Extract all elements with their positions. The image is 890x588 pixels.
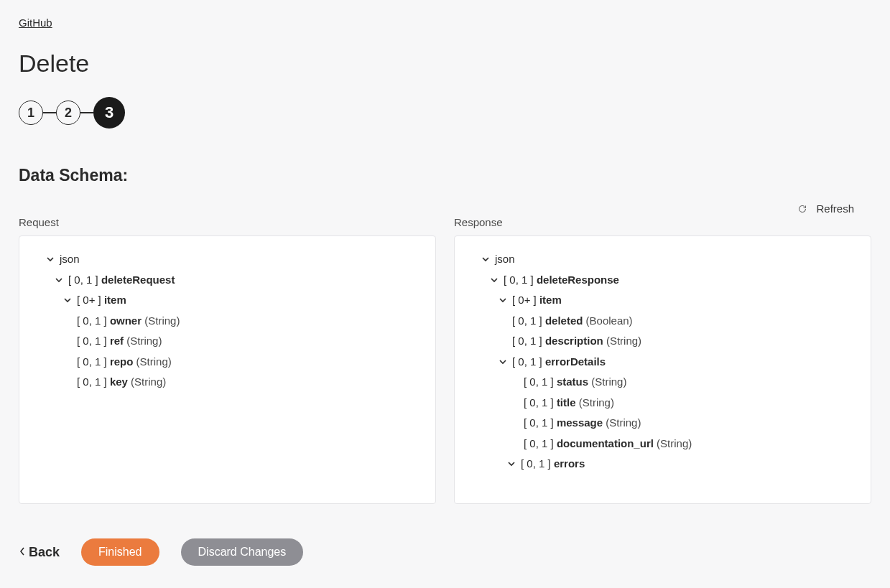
response-label: Response <box>454 216 871 228</box>
section-heading: Data Schema: <box>19 166 871 185</box>
chevron-down-icon[interactable] <box>62 295 73 305</box>
tree-leaf-ref: [ 0, 1 ] ref (String) <box>32 331 422 352</box>
tree-leaf-deleted: [ 0, 1 ] deleted (Boolean) <box>468 311 858 332</box>
response-column: Response json [ 0, 1 ] deleteResponse <box>454 216 871 504</box>
node-label: [ 0+ ] item <box>512 290 562 311</box>
tree-node-deleteRequest[interactable]: [ 0, 1 ] deleteRequest <box>32 270 422 291</box>
back-label: Back <box>29 545 60 560</box>
back-button[interactable]: Back <box>19 545 60 560</box>
tree-node-json[interactable]: json <box>468 249 858 270</box>
tree-node-deleteResponse[interactable]: [ 0, 1 ] deleteResponse <box>468 270 858 291</box>
stepper: 1 2 3 <box>19 97 871 129</box>
refresh-label: Refresh <box>816 202 854 215</box>
response-panel: json [ 0, 1 ] deleteResponse [ 0+ ] item <box>454 235 871 504</box>
node-label: [ 0, 1 ] deleteRequest <box>68 270 175 291</box>
refresh-icon <box>797 204 807 214</box>
node-label: [ 0, 1 ] deleteResponse <box>504 270 619 291</box>
node-label: [ 0, 1 ] errors <box>521 454 585 475</box>
step-3[interactable]: 3 <box>93 97 125 129</box>
footer-actions: Back Finished Discard Changes <box>19 538 871 566</box>
chevron-down-icon[interactable] <box>506 459 516 469</box>
tree-leaf-description: [ 0, 1 ] description (String) <box>468 331 858 352</box>
tree-node-item[interactable]: [ 0+ ] item <box>32 290 422 311</box>
step-connector <box>80 112 93 113</box>
chevron-down-icon[interactable] <box>481 254 491 264</box>
tree-leaf-status: [ 0, 1 ] status (String) <box>468 372 858 393</box>
node-label: json <box>495 249 515 270</box>
tree-leaf-owner: [ 0, 1 ] owner (String) <box>32 311 422 332</box>
discard-changes-button[interactable]: Discard Changes <box>181 538 304 566</box>
request-column: Request json [ 0, 1 ] deleteRequest <box>19 216 436 504</box>
page-title: Delete <box>19 50 871 78</box>
request-panel: json [ 0, 1 ] deleteRequest [ 0+ ] item <box>19 235 436 504</box>
tree-leaf-key: [ 0, 1 ] key (String) <box>32 372 422 393</box>
tree-leaf-documentation-url: [ 0, 1 ] documentation_url (String) <box>468 434 858 454</box>
chevron-down-icon[interactable] <box>54 275 64 285</box>
chevron-down-icon[interactable] <box>498 295 508 305</box>
node-label: json <box>60 249 80 270</box>
refresh-button[interactable]: Refresh <box>797 202 854 215</box>
node-label: [ 0, 1 ] errorDetails <box>512 352 606 373</box>
tree-leaf-message: [ 0, 1 ] message (String) <box>468 413 858 434</box>
chevron-down-icon[interactable] <box>489 275 499 285</box>
chevron-down-icon[interactable] <box>498 357 508 367</box>
tree-node-errors[interactable]: [ 0, 1 ] errors <box>468 454 858 475</box>
tree-leaf-title: [ 0, 1 ] title (String) <box>468 393 858 414</box>
finished-button[interactable]: Finished <box>81 538 159 566</box>
breadcrumb-link[interactable]: GitHub <box>19 17 52 29</box>
tree-node-json[interactable]: json <box>32 249 422 270</box>
tree-node-item[interactable]: [ 0+ ] item <box>468 290 858 311</box>
chevron-left-icon <box>19 545 26 560</box>
chevron-down-icon[interactable] <box>45 254 55 264</box>
step-1[interactable]: 1 <box>19 101 43 125</box>
tree-node-errorDetails[interactable]: [ 0, 1 ] errorDetails <box>468 352 858 373</box>
node-label: [ 0+ ] item <box>77 290 126 311</box>
step-connector <box>43 112 56 113</box>
request-label: Request <box>19 216 436 228</box>
step-2[interactable]: 2 <box>56 101 80 125</box>
tree-leaf-repo: [ 0, 1 ] repo (String) <box>32 352 422 373</box>
